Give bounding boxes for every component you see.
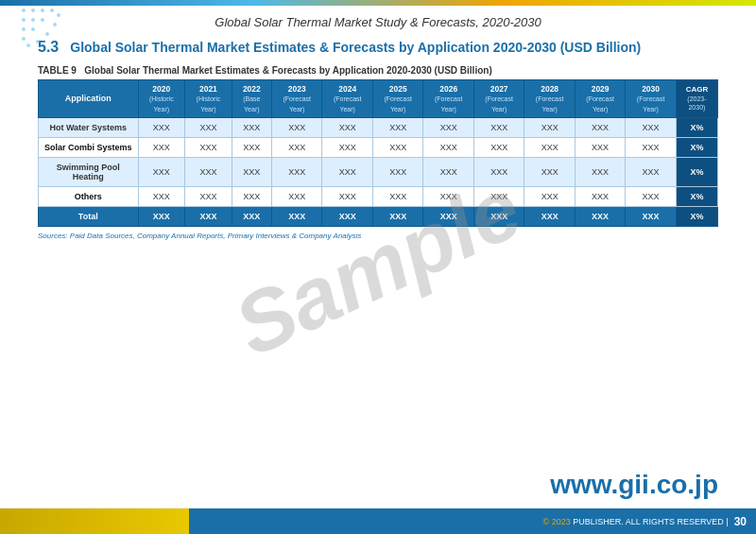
cell-value: XXX: [138, 157, 185, 186]
cell-value: XXX: [575, 117, 625, 137]
svg-point-0: [22, 9, 26, 12]
bottom-bar: © 2023 PUBLISHER. ALL RIGHTS RESERVED | …: [0, 508, 756, 534]
cell-value: XXX: [185, 186, 232, 206]
cell-value: XXX: [185, 157, 232, 186]
cell-value: XXX: [372, 206, 422, 226]
col-header-2025: 2025(Forecast Year): [372, 80, 422, 118]
cell-value: XXX: [271, 157, 321, 186]
cell-value: XXX: [372, 186, 422, 206]
section-title: Global Solar Thermal Market Estimates & …: [70, 40, 641, 55]
cell-value: XXX: [322, 137, 372, 157]
cell-value: XXX: [626, 137, 676, 157]
svg-point-11: [36, 40, 40, 43]
cell-value: XXX: [138, 117, 185, 137]
table-row: TotalXXXXXXXXXXXXXXXXXXXXXXXXXXXXXXXXXX%: [39, 206, 718, 226]
cell-value: XXX: [423, 137, 473, 157]
cell-value: XXX: [271, 206, 321, 226]
bottom-area: www.gii.co.jp © 2023 PUBLISHER. ALL RIGH…: [0, 470, 756, 534]
cell-value: XXX: [322, 117, 372, 137]
copyright-year: © 2023: [543, 517, 571, 526]
bottom-bar-blue: © 2023 PUBLISHER. ALL RIGHTS RESERVED | …: [189, 508, 756, 535]
table-row: OthersXXXXXXXXXXXXXXXXXXXXXXXXXXXXXXXXXX…: [39, 186, 718, 206]
cell-value: XXX: [372, 137, 422, 157]
cell-value: XXX: [372, 117, 422, 137]
cell-value: XXX: [322, 157, 372, 186]
cell-value: XXX: [232, 186, 271, 206]
copyright-body: PUBLISHER. ALL RIGHTS RESERVED |: [573, 517, 728, 526]
cell-value: XXX: [575, 137, 625, 157]
cell-value: XXX: [626, 186, 676, 206]
col-header-2026: 2026(Forecast Year): [423, 80, 473, 118]
cell-value: XXX: [423, 157, 473, 186]
cell-value: XXX: [232, 117, 271, 137]
svg-point-4: [22, 18, 26, 22]
table-row: Solar Combi SystemsXXXXXXXXXXXXXXXXXXXXX…: [39, 137, 718, 157]
cell-application: Others: [39, 186, 139, 206]
page-number: 30: [734, 515, 747, 528]
cell-value: XXX: [271, 117, 321, 137]
svg-point-8: [31, 27, 35, 31]
cell-value: XXX: [322, 206, 372, 226]
col-header-2029: 2029(Forecast Year): [575, 80, 625, 118]
logo-area: www.gii.co.jp: [0, 470, 756, 508]
svg-point-6: [41, 18, 44, 22]
cell-value: XXX: [524, 117, 575, 137]
col-header-cagr: CAGR(2023-2030): [676, 80, 717, 118]
table-row: Hot Water SystemsXXXXXXXXXXXXXXXXXXXXXXX…: [39, 117, 718, 137]
table-caption: TABLE 9 Global Solar Thermal Market Esti…: [38, 65, 718, 76]
svg-point-14: [57, 13, 60, 17]
decorative-dots: [19, 6, 66, 53]
col-header-2028: 2028(Forecast Year): [524, 80, 575, 118]
bottom-bar-gold: [0, 508, 189, 535]
page-header: Global Solar Thermal Market Study & Fore…: [0, 6, 756, 35]
cell-value: XXX: [185, 117, 232, 137]
svg-point-3: [50, 9, 54, 12]
cell-value: XXX: [524, 206, 575, 226]
cell-value: XXX: [232, 137, 271, 157]
cell-value: XXX: [473, 206, 524, 226]
source-note: Sources: Paid Data Sources, Company Annu…: [38, 232, 718, 240]
cell-value: XXX: [575, 186, 625, 206]
cell-value: XXX: [473, 186, 524, 206]
cell-value: XXX: [185, 206, 232, 226]
cell-value: XXX: [473, 157, 524, 186]
cell-value: XXX: [473, 137, 524, 157]
section-heading: 5.3 Global Solar Thermal Market Estimate…: [38, 35, 718, 56]
report-title: Global Solar Thermal Market Study & Fore…: [215, 15, 541, 29]
cell-value: X%: [676, 117, 717, 137]
cell-value: XXX: [185, 137, 232, 157]
col-header-2030: 2030(Forecast Year): [626, 80, 676, 118]
cell-value: XXX: [138, 137, 185, 157]
cell-value: XXX: [138, 206, 185, 226]
cell-value: XXX: [423, 186, 473, 206]
cell-value: X%: [676, 206, 717, 226]
cell-value: XXX: [322, 186, 372, 206]
cell-value: XXX: [372, 157, 422, 186]
col-header-2021: 2021(Historic Year): [185, 80, 232, 118]
logo-text: www.gii.co.jp: [550, 470, 718, 499]
col-header-2027: 2027(Forecast Year): [473, 80, 524, 118]
main-content: 5.3 Global Solar Thermal Market Estimate…: [0, 35, 756, 240]
cell-value: XXX: [271, 137, 321, 157]
cell-value: XXX: [524, 157, 575, 186]
cell-value: XXX: [232, 206, 271, 226]
table-label: TABLE 9: [38, 65, 77, 76]
cell-value: XXX: [473, 117, 524, 137]
table-header-row: Application 2020(Historic Year) 2021(His…: [39, 80, 718, 118]
copyright-text: © 2023 PUBLISHER. ALL RIGHTS RESERVED |: [543, 517, 729, 526]
cell-value: X%: [676, 137, 717, 157]
svg-point-12: [45, 32, 49, 36]
cell-value: XXX: [232, 157, 271, 186]
cell-value: XXX: [138, 186, 185, 206]
cell-value: XXX: [575, 157, 625, 186]
data-table: Application 2020(Historic Year) 2021(His…: [38, 79, 718, 227]
gii-logo: www.gii.co.jp: [550, 470, 718, 499]
cell-value: X%: [676, 186, 717, 206]
table-row: Swimming Pool HeatingXXXXXXXXXXXXXXXXXXX…: [39, 157, 718, 186]
table-caption-text: Global Solar Thermal Market Estimates & …: [84, 65, 491, 76]
svg-point-7: [22, 27, 26, 31]
svg-point-1: [31, 9, 35, 12]
cell-application: Solar Combi Systems: [39, 137, 139, 157]
svg-point-2: [41, 9, 44, 12]
cell-application: Total: [39, 206, 139, 226]
